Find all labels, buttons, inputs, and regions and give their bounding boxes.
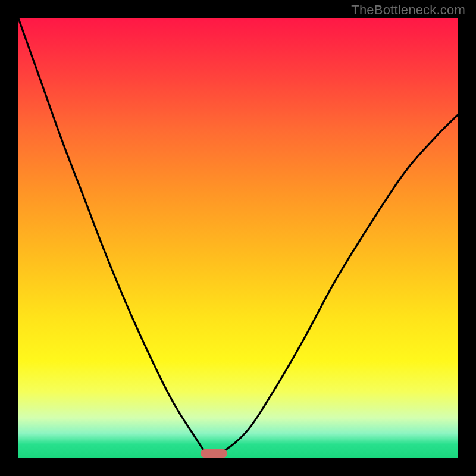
curve-path — [18, 18, 458, 456]
plot-area — [18, 18, 458, 458]
bottleneck-curve — [18, 18, 458, 458]
minimum-marker — [201, 449, 227, 458]
watermark-text: TheBottleneck.com — [351, 2, 465, 18]
chart-frame: TheBottleneck.com — [0, 0, 476, 476]
